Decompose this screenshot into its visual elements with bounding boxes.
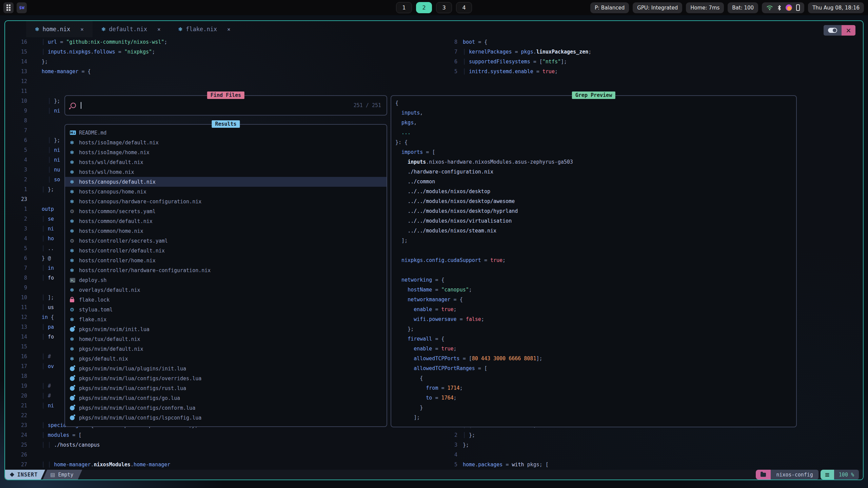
result-item[interactable]: >_deploy.sh [65, 275, 387, 285]
result-label: pkgs/default.nix [79, 356, 128, 362]
app-launcher-button[interactable] [3, 2, 14, 13]
result-label: hosts/controller/secrets.yaml [79, 238, 168, 244]
workspace-2[interactable]: 2 [416, 2, 432, 13]
result-item[interactable]: ⚙stylua.toml [65, 305, 387, 314]
result-item[interactable]: ❄flake.nix [65, 314, 387, 324]
result-item[interactable]: pkgs/nvim/nvim/lua/configs/rust.lua [65, 383, 387, 393]
result-item[interactable]: M↓README.md [65, 128, 387, 138]
line-number: 3 [446, 440, 457, 450]
result-item[interactable]: pkgs/nvim/nvim/lua/configs/conform.lua [65, 403, 387, 413]
result-item[interactable]: ❄hosts/common/home.nix [65, 226, 387, 236]
nix-file-icon: ❄ [70, 287, 79, 293]
window-close-button[interactable]: ✕ [842, 25, 855, 36]
notification-icon [786, 4, 792, 11]
file-label: Empty [58, 472, 73, 478]
pin-toggle-button[interactable] [824, 25, 842, 36]
line-number: 1 [5, 204, 27, 214]
project-segment: nixos-config [771, 470, 818, 480]
line-number: 25 [5, 440, 27, 450]
result-item[interactable]: flake.lock [65, 295, 387, 305]
line-number: 2 [5, 175, 27, 185]
toggle-icon [828, 28, 837, 33]
tab-close-icon[interactable]: × [80, 26, 84, 33]
line-number: 5 [5, 244, 27, 253]
hamburger-icon: ≡ [825, 471, 830, 478]
line-number: 13 [5, 322, 27, 332]
nix-file-icon: ❄ [70, 346, 79, 352]
result-item[interactable]: ⚙hosts/common/secrets.yaml [65, 206, 387, 216]
result-label: hosts/common/default.nix [79, 218, 153, 224]
nix-file-icon: ❄ [70, 179, 79, 185]
nix-file-icon: ❄ [70, 169, 79, 175]
line-number: 14 [5, 57, 27, 67]
network-icon [766, 5, 773, 11]
result-label: hosts/canopus/hardware-configuration.nix [79, 199, 201, 205]
tab-home.nix[interactable]: ❄home.nix× [26, 21, 93, 37]
result-item[interactable]: ❄hosts/controller/home.nix [65, 256, 387, 265]
tab-flake.nix[interactable]: ❄flake.nix× [170, 21, 239, 37]
result-label: pkgs/nvim/nvim/lua/configs/go.lua [79, 395, 180, 401]
preview-line: to = 1764; [395, 393, 795, 403]
workspace-4[interactable]: 4 [456, 2, 472, 13]
line-number: 4 [5, 155, 27, 165]
result-item[interactable]: pkgs/nvim/nvim/lua/configs/go.lua [65, 393, 387, 403]
special-workspace-button[interactable]: $W [17, 2, 27, 13]
result-item[interactable]: pkgs/nvim/nvim/lua/configs/overrides.lua [65, 373, 387, 383]
result-item[interactable]: ❄pkgs/nvim/default.nix [65, 344, 387, 354]
nix-file-icon: ❄ [70, 317, 79, 323]
line-number: 23 [5, 195, 27, 204]
line-number: 7 [5, 126, 27, 136]
right-pane-top: 8boot = {7│ kernelPackages = pkgs.linuxP… [446, 37, 591, 77]
preview-line: inputs.nixos-hardware.nixosModules.asus-… [395, 157, 795, 167]
nix-file-icon: ❄ [70, 336, 79, 342]
preview-line: networking = { [395, 275, 795, 285]
workspace-3[interactable]: 3 [436, 2, 452, 13]
result-item[interactable]: ❄hosts/isoImage/home.nix [65, 147, 387, 157]
result-item[interactable]: ❄hosts/isoImage/default.nix [65, 138, 387, 147]
result-item[interactable]: ❄hosts/common/default.nix [65, 216, 387, 226]
apps-grid-icon [6, 4, 11, 11]
result-label: home/tux/default.nix [79, 336, 140, 342]
search-input[interactable] [81, 103, 354, 108]
result-item[interactable]: ❄hosts/controller/hardware-configuration… [65, 265, 387, 275]
tab-close-icon[interactable]: × [157, 26, 161, 33]
result-item[interactable]: ❄overlays/default.nix [65, 285, 387, 295]
preview-line: { [395, 373, 795, 383]
line-number: 10 [5, 96, 27, 106]
result-item[interactable]: ❄hosts/controller/default.nix [65, 246, 387, 256]
nix-file-icon: ❄ [70, 159, 79, 165]
right-pane-bottom: 1│ │ name = "Tela-black";2│ };3};45home.… [446, 421, 549, 470]
workspace-1[interactable]: 1 [396, 2, 412, 13]
preview-line: ]; [395, 413, 795, 423]
result-item[interactable]: ❄hosts/wsl/home.nix [65, 167, 387, 177]
result-item[interactable]: ❄hosts/canopus/home.nix [65, 187, 387, 197]
result-item[interactable]: ⚙hosts/controller/secrets.yaml [65, 236, 387, 246]
result-item[interactable]: pkgs/nvim/nvim/lua/plugins/init.lua [65, 364, 387, 373]
result-label: pkgs/nvim/nvim/init.lua [79, 326, 150, 332]
preview-line [395, 265, 795, 275]
result-item[interactable]: ❄hosts/canopus/default.nix [65, 177, 387, 187]
desktop: $W 1234 P: BalancedGPU: IntegratedHome: … [0, 0, 868, 488]
result-item[interactable]: ❄hosts/canopus/hardware-configuration.ni… [65, 197, 387, 206]
line-number: 4 [5, 234, 27, 244]
line-number: 8 [5, 116, 27, 126]
result-item[interactable]: ❄hosts/wsl/default.nix [65, 157, 387, 167]
preview-line: { [395, 98, 795, 108]
tab-default.nix[interactable]: ❄default.nix× [93, 21, 170, 37]
clock-pill[interactable]: Thu Aug 08, 18:16 [808, 2, 864, 13]
preview-line: ../common [395, 177, 795, 187]
line-number: 3 [5, 165, 27, 175]
result-item[interactable]: pkgs/nvim/nvim/init.lua [65, 324, 387, 334]
result-item[interactable]: ❄pkgs/default.nix [65, 354, 387, 364]
results-list: M↓README.md❄hosts/isoImage/default.nix❄h… [65, 128, 387, 423]
tab-close-icon[interactable]: × [227, 26, 231, 33]
line-number: 21 [5, 401, 27, 411]
result-item[interactable]: pkgs/nvim/nvim/lua/configs/lspconfig.lua [65, 413, 387, 423]
tray-pill[interactable] [762, 2, 804, 13]
lua-file-icon [70, 327, 79, 332]
code-line: 13home-manager = { [5, 67, 198, 77]
statusline-right: nixos-config ≡ 100 % [756, 470, 863, 480]
editor-area: 16│ url = "github:nix-community/nixos-ws… [5, 37, 863, 470]
result-item[interactable]: ❄home/tux/default.nix [65, 334, 387, 344]
line-number: 7 [5, 263, 27, 273]
